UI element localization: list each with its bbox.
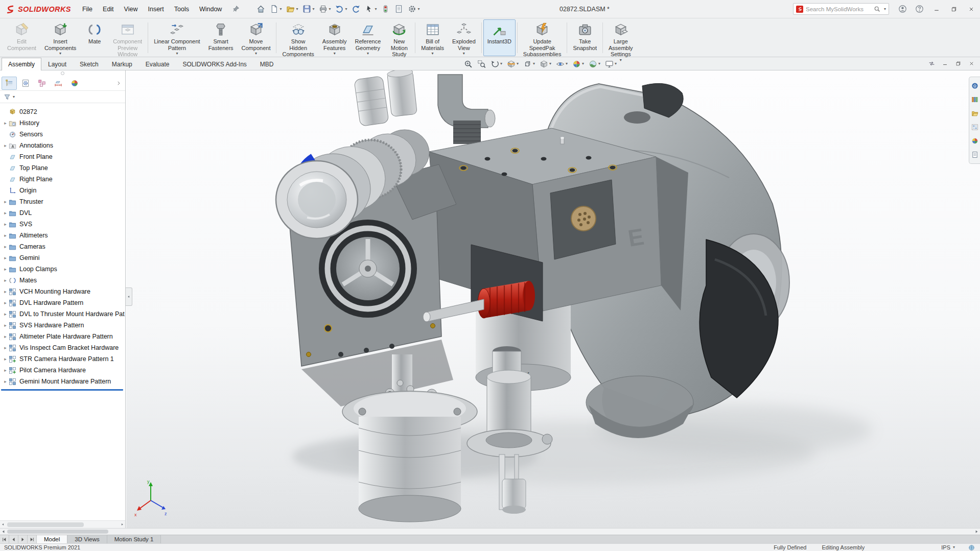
dropdown-caret-icon[interactable]: ▾: [176, 52, 178, 56]
section-view-button[interactable]: ▾: [505, 58, 520, 70]
edit-appearance-button[interactable]: ▾: [571, 58, 586, 70]
assembly-features-button[interactable]: Assembly Features▾: [318, 19, 351, 56]
tree-item-str-camera-hardware-pattern-1[interactable]: ▸STR Camera Hardware Pattern 1: [0, 353, 125, 365]
first-sheet-button[interactable]: [0, 535, 9, 543]
minimize-button[interactable]: [928, 0, 945, 18]
tree-item-vch-mounting-hardware[interactable]: ▸VCH Mounting Hardware: [0, 286, 125, 297]
search-icon[interactable]: [874, 6, 880, 12]
move-component-button[interactable]: Move Component▾: [238, 19, 275, 56]
expand-arrow-icon[interactable]: ▸: [2, 334, 9, 339]
help-icon[interactable]: [911, 0, 928, 18]
panel-scroll-left-icon[interactable]: [1, 522, 5, 526]
instant3d-button[interactable]: Instant3D: [483, 19, 516, 56]
update-speedpak-subassemblies-button[interactable]: Update SpeedPak Subassemblies: [519, 19, 566, 56]
scroll-left-icon[interactable]: [1, 529, 6, 534]
view-palette-tab[interactable]: [971, 123, 979, 131]
insert-components-button[interactable]: Insert Components▾: [40, 19, 80, 56]
search-input[interactable]: [806, 6, 871, 12]
apply-scene-button[interactable]: ▾: [587, 58, 602, 70]
tree-item-right-plane[interactable]: Right Plane: [0, 174, 125, 185]
tree-item-altimeters[interactable]: ▸Altimeters: [0, 230, 125, 241]
previous-sheet-button[interactable]: [9, 535, 18, 543]
tree-item-sensors[interactable]: Sensors: [0, 129, 125, 140]
exploded-view-button[interactable]: Exploded View▾: [448, 19, 480, 56]
tab-evaluate[interactable]: Evaluate: [139, 58, 176, 70]
expand-arrow-icon[interactable]: ▸: [2, 255, 9, 260]
save-button[interactable]: ▾: [301, 3, 316, 15]
open-document-button[interactable]: ▾: [285, 3, 299, 15]
tree-item-annotations[interactable]: ▸Annotations: [0, 140, 125, 151]
units-selector[interactable]: IPS▾: [941, 544, 955, 550]
mate-button[interactable]: Mate: [80, 19, 109, 56]
switch-document-icon[interactable]: [925, 58, 938, 69]
dropdown-caret-icon[interactable]: ▾: [463, 52, 465, 56]
rollback-bar[interactable]: [1, 389, 123, 391]
tree-item-svs-hardware-pattern[interactable]: ▸SVS Hardware Pattern: [0, 320, 125, 331]
tree-item-gemini[interactable]: ▸Gemini: [0, 252, 125, 263]
tree-item-mates[interactable]: ▸Mates: [0, 275, 125, 286]
tab-layout[interactable]: Layout: [41, 58, 73, 70]
expand-arrow-icon[interactable]: ▸: [2, 121, 9, 126]
tree-item-loop-clamps[interactable]: ▸Loop Clamps: [0, 263, 125, 275]
linear-component-pattern-button[interactable]: Linear Component Pattern▾: [150, 19, 204, 56]
3d-model-assembly[interactable]: D-XXXX: [126, 70, 980, 528]
large-assembly-settings-button[interactable]: Large Assembly Settings▾: [604, 19, 637, 56]
tab-sketch[interactable]: Sketch: [73, 58, 105, 70]
dropdown-caret-icon[interactable]: ▾: [334, 52, 336, 56]
panel-grip[interactable]: [0, 70, 125, 76]
filter-funnel-icon[interactable]: [4, 93, 11, 101]
graphics-viewport[interactable]: D-XXXX: [126, 70, 980, 528]
document-restore-button[interactable]: [952, 58, 964, 69]
restore-button[interactable]: [945, 0, 963, 18]
tree-item-02872[interactable]: 02872: [0, 106, 125, 117]
menu-view[interactable]: View: [119, 0, 143, 18]
doc-tab-model[interactable]: Model: [37, 535, 67, 543]
expand-arrow-icon[interactable]: ▸: [2, 233, 9, 238]
expand-arrow-icon[interactable]: ▸: [2, 222, 9, 227]
status-globe-icon[interactable]: [968, 544, 975, 551]
expand-arrow-icon[interactable]: ▸: [2, 210, 9, 215]
dropdown-caret-icon[interactable]: ▾: [59, 52, 61, 56]
dropdown-caret-icon[interactable]: ▾: [620, 58, 622, 62]
panel-scroll-thumb[interactable]: [7, 522, 84, 527]
dropdown-caret-icon[interactable]: ▾: [367, 52, 369, 56]
home-button[interactable]: [255, 3, 267, 15]
expand-arrow-icon[interactable]: ▸: [2, 289, 9, 294]
featuremanager-design-tree-tab[interactable]: [2, 77, 17, 90]
expand-arrow-icon[interactable]: ▸: [2, 278, 9, 283]
displaymanager-tab[interactable]: [67, 77, 82, 90]
panel-collapse-handle[interactable]: [126, 288, 132, 306]
pin-toolbar-icon[interactable]: [227, 5, 245, 13]
panel-scroll-right-icon[interactable]: [120, 522, 124, 526]
menu-window[interactable]: Window: [194, 0, 227, 18]
configurationmanager-tab[interactable]: [34, 77, 50, 90]
scroll-thumb[interactable]: [7, 530, 108, 534]
tab-markup[interactable]: Markup: [105, 58, 139, 70]
expand-arrow-icon[interactable]: ▸: [2, 312, 9, 317]
propertymanager-tab[interactable]: [18, 77, 33, 90]
user-account-icon[interactable]: [894, 0, 911, 18]
tree-item-top-plane[interactable]: Top Plane: [0, 162, 125, 174]
smart-fasteners-button[interactable]: Smart Fasteners: [204, 19, 238, 56]
zoom-to-fit-button[interactable]: [462, 58, 474, 70]
tree-item-svs[interactable]: ▸SVS: [0, 219, 125, 230]
expand-arrow-icon[interactable]: ▸: [2, 267, 9, 272]
design-library-tab[interactable]: [971, 95, 979, 104]
tree-item-dvl-to-thruster-mount-hardware-pat[interactable]: ▸DVL to Thruster Mount Hardware Pat: [0, 308, 125, 320]
expand-arrow-icon[interactable]: ▸: [2, 345, 9, 350]
tree-item-cameras[interactable]: ▸Cameras: [0, 241, 125, 252]
print-button[interactable]: ▾: [317, 3, 332, 15]
viewport-scrollbar[interactable]: [0, 528, 980, 535]
close-button[interactable]: [963, 0, 980, 18]
file-properties-button[interactable]: [393, 3, 405, 15]
menu-insert[interactable]: Insert: [143, 0, 169, 18]
panel-scrollbar[interactable]: [0, 520, 125, 528]
expand-arrow-icon[interactable]: ▸: [2, 323, 9, 328]
tree-item-dvl-hardware-pattern[interactable]: ▸DVL Hardware Pattern: [0, 297, 125, 308]
select-button[interactable]: ▾: [363, 3, 378, 15]
tab-solidworks-add-ins[interactable]: SOLIDWORKS Add-Ins: [176, 58, 253, 70]
menu-edit[interactable]: Edit: [98, 0, 119, 18]
previous-view-button[interactable]: ▾: [489, 58, 504, 70]
tree-item-pilot-camera-hardware[interactable]: ▸Pilot Camera Hardware: [0, 365, 125, 376]
new-motion-study-button[interactable]: New Motion Study: [385, 19, 413, 56]
